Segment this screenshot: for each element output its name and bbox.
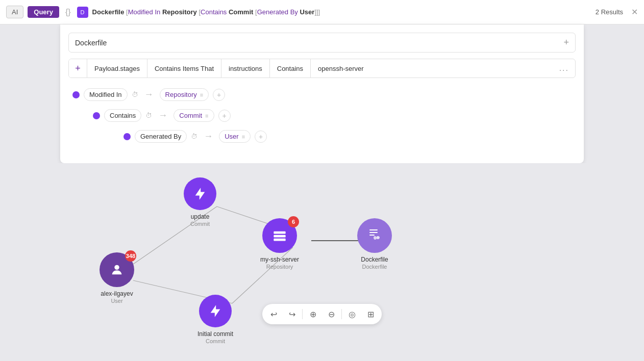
dockerfile-add-button[interactable]: +: [563, 37, 569, 48]
breadcrumb-entity2: Repository: [162, 8, 197, 16]
qb-plus-2[interactable]: +: [218, 110, 231, 122]
undo-button[interactable]: ↩: [264, 305, 283, 323]
filter-tag-contains[interactable]: Contains: [270, 59, 311, 78]
node-my-ssh-server[interactable]: 6 my-ssh-server Repository: [260, 218, 299, 270]
filter-row: + Payload.stages Contains Items That ins…: [68, 59, 576, 78]
node-alex-circle: 348: [100, 252, 134, 287]
qb-tag-user[interactable]: User ≡: [219, 130, 251, 143]
qb-dot-2: [93, 112, 100, 119]
svg-rect-7: [274, 235, 285, 238]
filter-tag-contains-items[interactable]: Contains Items That: [147, 59, 221, 78]
commit-label: Commit: [179, 112, 202, 119]
qb-tag-commit[interactable]: Commit ≡: [174, 109, 214, 122]
qb-row-generated-by: Generated By ⏱ → User ≡ +: [72, 130, 576, 143]
filter-tag-payload[interactable]: Payload.stages: [87, 59, 147, 78]
node-initial-commit-label: Initial commit: [197, 330, 233, 338]
node-update-circle: [184, 177, 216, 210]
node-my-ssh-server-badge: 6: [288, 216, 299, 227]
node-update-label: update: [191, 213, 210, 220]
repository-label: Repository: [165, 91, 197, 98]
svg-rect-10: [369, 232, 378, 233]
node-update[interactable]: update Commit: [184, 177, 216, 227]
node-initial-commit-sublabel: Commit: [206, 338, 225, 344]
user-label: User: [225, 133, 238, 140]
zoom-out-button[interactable]: ⊖: [322, 305, 340, 323]
close-button[interactable]: ✕: [631, 7, 638, 17]
node-my-ssh-server-sublabel: Repository: [266, 264, 293, 270]
clock-icon-1: ⏱: [132, 91, 138, 98]
qb-plus-3[interactable]: +: [255, 131, 267, 143]
query-panel: Dockerfile + + Payload.stages Contains I…: [60, 24, 584, 163]
filter-add-button[interactable]: +: [69, 59, 87, 78]
repository-filter-icon[interactable]: ≡: [200, 92, 203, 98]
qb-label-contains: Contains: [104, 109, 141, 122]
node-update-sublabel: Commit: [190, 221, 210, 227]
breadcrumb-brackets-close: ]]]: [314, 8, 320, 16]
clock-icon-2: ⏱: [145, 112, 152, 119]
node-dockerfile-label: Dockerfile: [361, 256, 388, 263]
arrow-1: →: [144, 89, 154, 100]
node-initial-commit-circle: [199, 295, 232, 327]
qb-label-generated-by: Generated By: [135, 130, 187, 143]
node-my-ssh-server-label: my-ssh-server: [260, 256, 299, 263]
node-alex-badge: 348: [125, 250, 136, 262]
svg-marker-5: [195, 188, 205, 199]
arrow-2: →: [158, 110, 167, 121]
node-dockerfile-sublabel: Dockerfile: [362, 264, 387, 270]
svg-rect-11: [369, 235, 375, 236]
zoom-in-button[interactable]: ⊕: [304, 305, 322, 323]
toolbar-divider-1: [302, 309, 303, 319]
node-alex-sublabel: User: [111, 298, 122, 304]
breadcrumb: Dockerfile [Modified In Repository [Cont…: [92, 8, 591, 16]
filter-more-button[interactable]: ...: [553, 59, 575, 78]
node-initial-commit[interactable]: Initial commit Commit: [197, 295, 233, 344]
node-alex-label: alex-ilgayev: [101, 290, 133, 297]
breadcrumb-kw1: Modified In: [128, 8, 161, 16]
breadcrumb-kw2: Contains: [201, 8, 227, 16]
arrow-3: →: [204, 131, 213, 142]
filter-value: openssh-server: [311, 59, 553, 78]
graph-toolbar: ↩ ↪ ⊕ ⊖ ◎ ⊞: [262, 304, 382, 324]
svg-rect-6: [274, 231, 285, 234]
results-count: 2 Results: [596, 8, 623, 16]
svg-marker-13: [211, 305, 220, 317]
qb-dot-1: [72, 91, 80, 98]
commit-filter-icon[interactable]: ≡: [205, 113, 208, 119]
qb-dot-3: [123, 133, 131, 140]
node-my-ssh-server-circle: 6: [262, 218, 297, 253]
breadcrumb-entity1: Dockerfile: [92, 8, 126, 16]
user-filter-icon[interactable]: ≡: [242, 134, 245, 140]
svg-point-12: [114, 265, 119, 270]
layers-button[interactable]: ⊞: [361, 305, 380, 323]
target-button[interactable]: ◎: [343, 305, 361, 323]
qb-row-modified-in: Modified In ⏱ → Repository ≡ +: [72, 88, 576, 101]
dockerfile-label: Dockerfile: [75, 39, 107, 47]
node-dockerfile-circle: [357, 218, 392, 253]
clock-icon-3: ⏱: [191, 133, 197, 140]
graph-area: update Commit 6 my-ssh-server Repository…: [0, 163, 644, 337]
svg-rect-8: [274, 239, 285, 241]
topbar: AI Query {} D Dockerfile [Modified In Re…: [0, 0, 644, 24]
breadcrumb-entity3: Commit: [229, 8, 253, 16]
qb-plus-1[interactable]: +: [213, 89, 225, 101]
qb-label-modified-in: Modified In: [84, 88, 128, 101]
query-builder: Modified In ⏱ → Repository ≡ + Contains …: [68, 88, 576, 143]
breadcrumb-kw3: Generated By: [257, 8, 298, 16]
filter-tag-instructions[interactable]: instructions: [221, 59, 270, 78]
dockerfile-icon: D: [77, 7, 88, 18]
redo-button[interactable]: ↪: [283, 305, 301, 323]
svg-rect-9: [369, 229, 378, 230]
qb-row-contains: Contains ⏱ → Commit ≡ +: [72, 109, 576, 122]
ai-button[interactable]: AI: [6, 6, 23, 18]
node-alex-ilgayev[interactable]: 348 alex-ilgayev User: [100, 252, 134, 304]
breadcrumb-entity4: User: [300, 8, 314, 16]
qb-tag-repository[interactable]: Repository ≡: [160, 88, 209, 101]
query-button[interactable]: Query: [28, 6, 59, 18]
braces-icon: {}: [63, 8, 73, 17]
toolbar-divider-2: [341, 309, 342, 319]
dockerfile-header: Dockerfile +: [68, 33, 576, 53]
node-dockerfile[interactable]: Dockerfile Dockerfile: [357, 218, 392, 270]
